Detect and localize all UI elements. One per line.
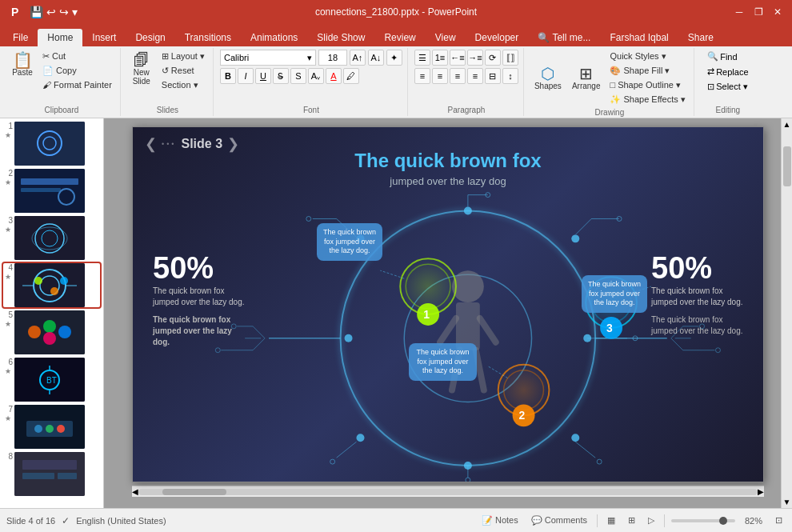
char-spacing-btn[interactable]: Aᵥ bbox=[308, 68, 324, 84]
vertical-scrollbar[interactable]: ▲ ▼ bbox=[781, 118, 792, 508]
window-title: connections_21800.pptx - PowerPoint bbox=[315, 6, 477, 18]
slide-thumb-3[interactable]: 3 ★ bbox=[3, 216, 100, 260]
close-btn[interactable]: ✕ bbox=[770, 4, 786, 20]
tab-animations[interactable]: Animations bbox=[241, 29, 307, 46]
slides-buttons: 🗐 NewSlide ⊞ Layout ▾ ↺ Reset Section ▾ bbox=[127, 50, 208, 104]
shape-fill-btn[interactable]: 🎨 Shape Fill ▾ bbox=[606, 64, 688, 78]
zoom-thumb[interactable] bbox=[719, 517, 727, 525]
tab-slideshow[interactable]: Slide Show bbox=[307, 29, 374, 46]
tab-transitions[interactable]: Transitions bbox=[175, 29, 241, 46]
paste-btn[interactable]: 📋 Paste bbox=[8, 50, 37, 79]
scroll-thumb[interactable] bbox=[783, 146, 791, 186]
highlight-btn[interactable]: 🖊 bbox=[343, 68, 359, 84]
clear-format-btn[interactable]: ✦ bbox=[386, 50, 402, 66]
restore-btn[interactable]: ❐ bbox=[750, 4, 766, 20]
tab-insert[interactable]: Insert bbox=[82, 29, 126, 46]
align-left-btn[interactable]: ≡ bbox=[414, 68, 430, 84]
shape-outline-btn[interactable]: □ Shape Outline ▾ bbox=[606, 78, 688, 92]
increase-font-btn[interactable]: A↑ bbox=[350, 50, 366, 66]
scroll-track bbox=[783, 130, 791, 496]
select-btn[interactable]: ⊡ Select ▾ bbox=[704, 80, 751, 94]
align-center-btn[interactable]: ≡ bbox=[432, 68, 448, 84]
tab-design[interactable]: Design bbox=[126, 29, 174, 46]
slide-thumb-7[interactable]: 7 ★ bbox=[3, 405, 100, 449]
columns-btn[interactable]: ⊟ bbox=[485, 68, 501, 84]
italic-btn[interactable]: I bbox=[238, 68, 254, 84]
para-row1: ☰ 1≡ ←≡ →≡ ⟳ ⟦⟧ bbox=[414, 50, 518, 66]
text-direction-btn[interactable]: ⟳ bbox=[485, 50, 501, 66]
slide-thumb-1[interactable]: 1 ★ bbox=[3, 122, 100, 166]
strikethrough-btn[interactable]: S̶ bbox=[273, 68, 289, 84]
view-reading-btn[interactable]: ▷ bbox=[645, 514, 658, 527]
slide-thumb-4[interactable]: 4 ★ bbox=[3, 263, 100, 307]
replace-btn[interactable]: ⇄ Replace bbox=[704, 65, 751, 78]
section-btn[interactable]: Section ▾ bbox=[158, 78, 208, 92]
cut-btn[interactable]: ✂ Cut bbox=[39, 50, 115, 63]
tab-share[interactable]: Share bbox=[678, 29, 723, 46]
scroll-left-btn[interactable]: ◀ bbox=[132, 487, 138, 496]
indent-more-btn[interactable]: →≡ bbox=[467, 50, 483, 66]
callout-3: The quick brown fox jumped over the lazy… bbox=[582, 275, 647, 313]
h-scroll-thumb[interactable] bbox=[162, 489, 226, 495]
arrange-btn[interactable]: ⊞ Arrange bbox=[568, 63, 605, 93]
select-icon: ⊡ bbox=[707, 82, 714, 92]
align-right-btn[interactable]: ≡ bbox=[450, 68, 466, 84]
bold-btn[interactable]: B bbox=[220, 68, 236, 84]
format-painter-btn[interactable]: 🖌 Format Painter bbox=[39, 78, 115, 91]
save-quick-btn[interactable]: 💾 bbox=[30, 6, 43, 18]
comments-btn[interactable]: 💬 Comments bbox=[528, 514, 590, 527]
font-name-box[interactable]: Calibri ▾ bbox=[220, 50, 316, 66]
para-controls: ☰ 1≡ ←≡ →≡ ⟳ ⟦⟧ ≡ ≡ ≡ ≡ ⊟ ↕ bbox=[414, 50, 518, 104]
slide-thumb-2[interactable]: 2 ★ bbox=[3, 169, 100, 213]
indent-less-btn[interactable]: ←≡ bbox=[450, 50, 466, 66]
star-icon-5: ★ bbox=[5, 320, 11, 328]
quick-styles-btn[interactable]: Quick Styles ▾ bbox=[606, 50, 688, 63]
star-icon: ★ bbox=[5, 131, 11, 139]
tab-user[interactable]: Farshad Iqbal bbox=[600, 29, 678, 46]
svg-point-64 bbox=[466, 478, 470, 482]
minimize-btn[interactable]: ─ bbox=[731, 4, 747, 20]
shadow-btn[interactable]: S bbox=[290, 68, 306, 84]
new-slide-btn[interactable]: 🗐 NewSlide bbox=[127, 50, 156, 88]
view-sorter-btn[interactable]: ⊞ bbox=[625, 514, 638, 527]
slide-thumb-8[interactable]: 8 bbox=[3, 452, 100, 496]
scroll-right-btn[interactable]: ▶ bbox=[758, 487, 764, 496]
scroll-up-btn[interactable]: ▲ bbox=[782, 118, 792, 130]
copy-btn[interactable]: 📄 Copy bbox=[39, 64, 115, 78]
reset-btn[interactable]: ↺ Reset bbox=[158, 64, 208, 78]
zoom-slider[interactable] bbox=[671, 519, 735, 522]
tab-file[interactable]: File bbox=[3, 29, 38, 46]
shape-effects-btn[interactable]: ✨ Shape Effects ▾ bbox=[606, 93, 688, 106]
undo-quick-btn[interactable]: ↩ bbox=[46, 6, 56, 18]
numbering-btn[interactable]: 1≡ bbox=[432, 50, 448, 66]
font-color-btn[interactable]: A bbox=[326, 68, 342, 84]
line-spacing-btn[interactable]: ↕ bbox=[502, 68, 518, 84]
tab-view[interactable]: View bbox=[426, 29, 466, 46]
find-btn[interactable]: 🔍 Find bbox=[704, 50, 740, 63]
underline-btn[interactable]: U bbox=[255, 68, 271, 84]
horizontal-scrollbar[interactable]: ◀ ▶ bbox=[132, 486, 764, 497]
stat-right-percent: 50% bbox=[651, 251, 743, 286]
view-normal-btn[interactable]: ▦ bbox=[604, 514, 618, 527]
font-size-box[interactable]: 18 bbox=[318, 50, 347, 66]
fit-slide-btn[interactable]: ⊡ bbox=[772, 514, 786, 527]
tab-tell-me[interactable]: 🔍 Tell me... bbox=[528, 29, 600, 46]
redo-quick-btn[interactable]: ↪ bbox=[59, 6, 69, 18]
scroll-down-btn[interactable]: ▼ bbox=[782, 496, 792, 508]
group-drawing: ⬡ Shapes ⊞ Arrange Quick Styles ▾ 🎨 Shap… bbox=[526, 48, 694, 116]
tab-developer[interactable]: Developer bbox=[466, 29, 529, 46]
tab-home[interactable]: Home bbox=[38, 29, 82, 46]
shapes-btn[interactable]: ⬡ Shapes bbox=[530, 63, 566, 93]
bullets-btn[interactable]: ☰ bbox=[414, 50, 430, 66]
justify-btn[interactable]: ≡ bbox=[467, 68, 483, 84]
layout-btn[interactable]: ⊞ Layout ▾ bbox=[158, 50, 208, 63]
slide-thumb-6[interactable]: 6 ★ BT bbox=[3, 358, 100, 402]
zoom-level[interactable]: 82% bbox=[742, 514, 766, 527]
customize-quick-btn[interactable]: ▾ bbox=[72, 6, 78, 18]
notes-btn[interactable]: 📝 Notes bbox=[478, 514, 522, 527]
decrease-font-btn[interactable]: A↓ bbox=[368, 50, 384, 66]
tab-review[interactable]: Review bbox=[374, 29, 425, 46]
convert-smart-art-btn[interactable]: ⟦⟧ bbox=[502, 50, 518, 66]
slide-thumb-5[interactable]: 5 ★ bbox=[3, 310, 100, 354]
group-editing: 🔍 Find ⇄ Replace ⊡ Select ▾ Editing bbox=[696, 48, 760, 116]
